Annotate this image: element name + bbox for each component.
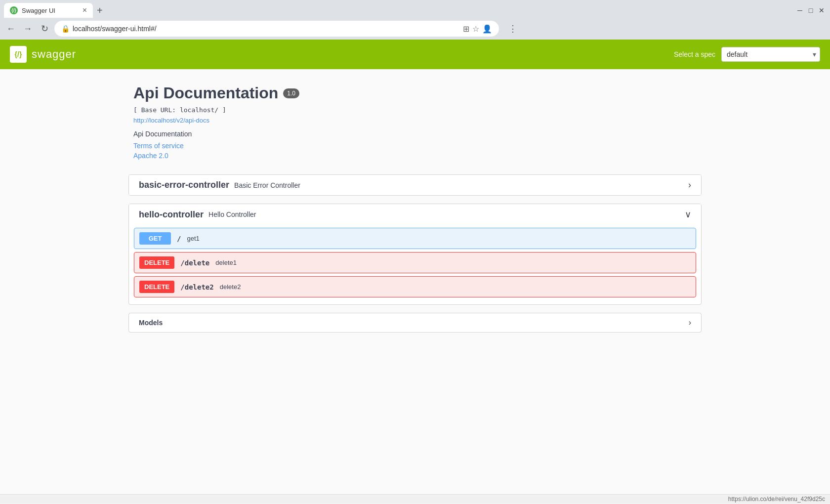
delete-endpoint-path-2: /delete2 — [180, 283, 213, 291]
translate-icon[interactable]: ⊞ — [463, 24, 469, 34]
profile-icon[interactable]: 👤 — [482, 24, 492, 34]
status-bar-text: https://ulion.co/de/rei/venu_42f9d25c — [728, 496, 825, 503]
basic-error-controller-desc: Basic Error Controller — [234, 181, 300, 189]
forward-button[interactable]: → — [21, 22, 35, 36]
tab-favicon: {/} — [10, 6, 18, 14]
models-section: Models › — [128, 313, 702, 333]
models-chevron: › — [689, 318, 691, 327]
swagger-header: {/} swagger Select a spec default — [0, 40, 830, 69]
bookmark-icon[interactable]: ☆ — [472, 24, 479, 34]
endpoint-row-delete-delete2[interactable]: DELETE /delete2 delete2 — [134, 276, 696, 297]
hello-controller-desc: Hello Controller — [208, 210, 256, 218]
hello-controller-header[interactable]: hello-controller Hello Controller ∨ — [129, 204, 701, 225]
browser-right-toolbar: ⋮ — [506, 22, 520, 36]
delete-method-badge-2: DELETE — [139, 281, 174, 293]
get-method-badge: GET — [139, 232, 171, 245]
status-bar: https://ulion.co/de/rei/venu_42f9d25c — [0, 494, 830, 504]
base-url: [ Base URL: localhost/ ] — [133, 106, 697, 114]
endpoint-row-delete-delete1[interactable]: DELETE /delete delete1 — [134, 252, 696, 273]
hello-controller-chevron: ∨ — [685, 209, 691, 220]
window-controls: ─ □ ✕ — [795, 6, 826, 15]
extensions-button[interactable]: ⋮ — [506, 22, 520, 36]
browser-chrome: {/} Swagger UI × + ─ □ ✕ ← → ↻ 🔒 localho… — [0, 0, 830, 40]
tab-title: Swagger UI — [22, 7, 79, 14]
close-button[interactable]: ✕ — [817, 6, 826, 15]
delete-endpoint-summary-2: delete2 — [220, 283, 241, 291]
browser-tab[interactable]: {/} Swagger UI × — [4, 3, 93, 18]
license-link[interactable]: Apache 2.0 — [133, 152, 697, 160]
maximize-button[interactable]: □ — [806, 6, 815, 15]
api-docs-link[interactable]: http://localhost/v2/api-docs — [133, 117, 697, 124]
lock-icon: 🔒 — [61, 25, 70, 33]
tab-bar: {/} Swagger UI × + ─ □ ✕ — [0, 0, 830, 18]
spec-select[interactable]: default — [721, 47, 820, 62]
terms-of-service-link[interactable]: Terms of service — [133, 142, 697, 150]
main-content: Api Documentation 1.0 [ Base URL: localh… — [0, 69, 830, 494]
basic-error-controller-header[interactable]: basic-error-controller Basic Error Contr… — [129, 175, 701, 195]
address-bar[interactable]: 🔒 localhost/swagger-ui.html#/ ⊞ ☆ 👤 — [54, 21, 499, 37]
delete-endpoint-summary-1: delete1 — [215, 259, 237, 266]
basic-error-controller-name: basic-error-controller — [139, 180, 229, 190]
delete-method-badge-1: DELETE — [139, 256, 174, 269]
get-endpoint-summary: get1 — [187, 235, 199, 242]
swagger-logo-text: swagger — [32, 48, 76, 61]
tab-close-icon[interactable]: × — [83, 6, 87, 14]
basic-error-controller-section: basic-error-controller Basic Error Contr… — [128, 174, 702, 196]
models-title: Models — [139, 319, 163, 327]
hello-controller-section: hello-controller Hello Controller ∨ GET … — [128, 204, 702, 305]
new-tab-button[interactable]: + — [95, 5, 105, 16]
back-button[interactable]: ← — [4, 22, 18, 36]
address-bar-icons: ⊞ ☆ 👤 — [463, 24, 492, 34]
address-text: localhost/swagger-ui.html#/ — [73, 25, 157, 33]
address-bar-row: ← → ↻ 🔒 localhost/swagger-ui.html#/ ⊞ ☆ … — [0, 18, 830, 40]
swagger-icon: {/} — [10, 46, 27, 63]
get-endpoint-path: / — [177, 235, 181, 243]
spec-selector: Select a spec default — [674, 47, 820, 62]
reload-button[interactable]: ↻ — [38, 22, 51, 36]
delete-endpoint-path-1: /delete — [180, 259, 209, 267]
info-section: Api Documentation 1.0 [ Base URL: localh… — [128, 84, 702, 160]
spec-label: Select a spec — [674, 50, 715, 58]
models-header[interactable]: Models › — [129, 313, 701, 332]
api-title: Api Documentation 1.0 — [133, 84, 697, 102]
swagger-logo: {/} swagger — [10, 46, 76, 63]
spec-select-wrapper[interactable]: default — [721, 47, 820, 62]
endpoint-row-get-get1[interactable]: GET / get1 — [134, 228, 696, 249]
minimize-button[interactable]: ─ — [795, 6, 804, 15]
basic-error-controller-chevron: › — [688, 180, 691, 190]
version-badge: 1.0 — [283, 88, 299, 98]
swagger-container: Api Documentation 1.0 [ Base URL: localh… — [119, 84, 711, 333]
api-description: Api Documentation — [133, 130, 697, 138]
api-title-text: Api Documentation — [133, 84, 278, 102]
hello-controller-name: hello-controller — [139, 210, 204, 220]
